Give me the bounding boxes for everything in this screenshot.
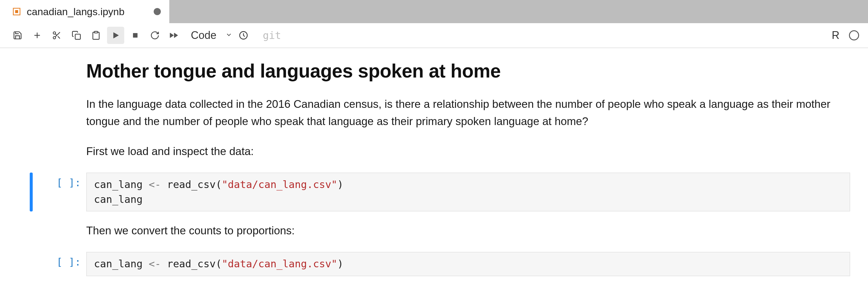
kernel-status-icon[interactable] (849, 30, 859, 40)
cell-prompt: [ ]: (42, 252, 86, 268)
svg-rect-1 (15, 10, 18, 13)
paste-button[interactable] (87, 27, 105, 44)
svg-marker-11 (114, 33, 118, 38)
notebook-icon (12, 7, 22, 16)
svg-rect-9 (75, 34, 80, 39)
svg-point-5 (53, 36, 56, 39)
svg-marker-14 (174, 33, 178, 38)
notebook-tab[interactable]: canadian_langs.ipynb (0, 0, 169, 23)
page-title: Mother tongue and languages spoken at ho… (86, 60, 847, 82)
cell-type-label: Code (191, 29, 216, 41)
run-all-button[interactable] (166, 27, 183, 44)
restart-button[interactable] (146, 27, 163, 44)
code-cell-2[interactable]: [ ]: can_lang <- read_csv("data/can_lang… (42, 252, 850, 276)
tab-bar: canadian_langs.ipynb (0, 0, 868, 23)
code-cell-1[interactable]: [ ]: can_lang <- read_csv("data/can_lang… (42, 172, 850, 211)
svg-line-7 (58, 36, 60, 38)
stop-button[interactable] (127, 27, 144, 44)
svg-line-8 (55, 34, 57, 35)
unsaved-dot-icon (154, 8, 161, 15)
code-input[interactable]: can_lang <- read_csv("data/can_lang.csv"… (86, 172, 850, 211)
code-input[interactable]: can_lang <- read_csv("data/can_lang.csv"… (86, 252, 850, 276)
cell-type-selector[interactable]: Code (191, 29, 232, 41)
cut-button[interactable] (48, 27, 65, 44)
notebook-toolbar: Code git R (0, 23, 868, 48)
svg-rect-10 (95, 31, 98, 33)
svg-point-4 (53, 32, 56, 34)
copy-button[interactable] (68, 27, 85, 44)
add-cell-button[interactable] (29, 27, 46, 44)
intro-paragraph: In the language data collected in the 20… (86, 96, 835, 130)
svg-rect-12 (133, 33, 137, 37)
cell-prompt: [ ]: (42, 172, 86, 189)
git-label[interactable]: git (263, 29, 281, 41)
tab-filename: canadian_langs.ipynb (27, 6, 125, 18)
convert-paragraph: Then we convert the counts to proportion… (86, 222, 835, 239)
save-button[interactable] (9, 27, 26, 44)
notebook-body: Mother tongue and languages spoken at ho… (0, 48, 868, 276)
execution-time-button[interactable] (235, 27, 252, 44)
chevron-down-icon (225, 31, 232, 39)
kernel-name[interactable]: R (832, 29, 839, 41)
run-button[interactable] (107, 27, 124, 44)
svg-marker-13 (170, 33, 174, 38)
load-paragraph: First we load and inspect the data: (86, 143, 835, 160)
